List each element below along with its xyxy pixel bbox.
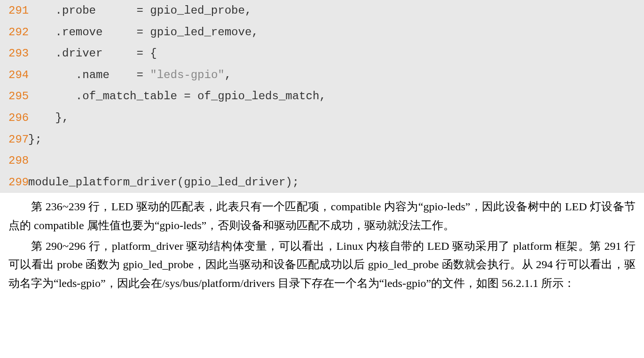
code-content xyxy=(28,150,644,172)
code-content: module_platform_driver(gpio_led_driver); xyxy=(28,172,644,193)
line-number: 291 xyxy=(0,0,28,22)
prose-section: 第 236~239 行，LED 驱动的匹配表，此表只有一个匹配项，compati… xyxy=(0,193,644,293)
code-content: .probe = gpio_led_probe, xyxy=(28,0,644,22)
code-line: 293 .driver = { xyxy=(0,43,644,64)
paragraph-2: 第 290~296 行，platform_driver 驱动结构体变量，可以看出… xyxy=(8,237,636,293)
line-number: 299 xyxy=(0,172,28,193)
code-content: }; xyxy=(28,129,644,151)
line-number: 294 xyxy=(0,64,28,86)
line-number: 292 xyxy=(0,22,28,43)
line-number: 293 xyxy=(0,43,28,64)
line-number: 297 xyxy=(0,129,28,151)
code-line: 298 xyxy=(0,150,644,172)
code-content: .driver = { xyxy=(28,43,644,64)
code-content: }, xyxy=(28,107,644,129)
line-number: 295 xyxy=(0,86,28,107)
code-block: 291 .probe = gpio_led_probe, 292 .remove… xyxy=(0,0,644,193)
code-line: 296 }, xyxy=(0,107,644,129)
code-content: .remove = gpio_led_remove, xyxy=(28,22,644,43)
paragraph-1: 第 236~239 行，LED 驱动的匹配表，此表只有一个匹配项，compati… xyxy=(8,198,636,235)
line-number: 298 xyxy=(0,150,28,172)
line-number: 296 xyxy=(0,107,28,129)
code-content: .name = "leds-gpio", xyxy=(28,64,644,86)
code-content: .of_match_table = of_gpio_leds_match, xyxy=(28,86,644,107)
code-line: 299 module_platform_driver(gpio_led_driv… xyxy=(0,172,644,193)
code-line: 292 .remove = gpio_led_remove, xyxy=(0,22,644,43)
code-line: 291 .probe = gpio_led_probe, xyxy=(0,0,644,22)
code-line: 294 .name = "leds-gpio", xyxy=(0,64,644,86)
code-line: 295 .of_match_table = of_gpio_leds_match… xyxy=(0,86,644,107)
code-line: 297 }; xyxy=(0,129,644,151)
